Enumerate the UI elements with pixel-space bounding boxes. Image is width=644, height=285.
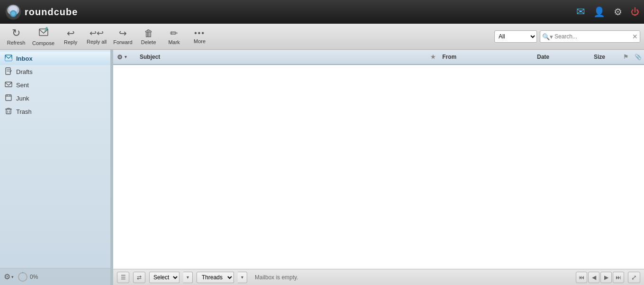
reply-all-button[interactable]: ↩↩ Reply all <box>84 25 109 48</box>
threads-dropdown[interactable]: Threads <box>197 272 234 283</box>
compose-button[interactable]: Compose <box>29 25 57 48</box>
threads-arrow-button[interactable]: ▾ <box>238 272 247 283</box>
refresh-button[interactable]: ↻ Refresh <box>4 25 28 48</box>
topbar: roundcube ✉ 👤 ⚙ ⏻ <box>0 0 644 24</box>
sidebar-settings-button[interactable]: ⚙ ▾ <box>4 272 14 281</box>
column-from[interactable]: From <box>439 54 534 60</box>
sidebar: Inbox Drafts <box>0 50 111 285</box>
attachment-icon: 📎 <box>635 54 642 60</box>
next-page-button[interactable]: ▶ <box>600 272 612 283</box>
power-icon[interactable]: ⏻ <box>631 7 639 17</box>
email-footer: ☰ ⇄ Select ▾ Threads ▾ Mailbox is empty.… <box>113 269 644 285</box>
last-page-button[interactable]: ⏭ <box>613 272 624 283</box>
toolbar: ↻ Refresh Compose ↩ Reply ↩↩ Reply all ↪… <box>0 24 644 50</box>
delete-label: Delete <box>141 39 156 45</box>
column-star[interactable]: ★ <box>426 54 439 60</box>
sidebar-item-drafts[interactable]: Drafts <box>0 65 110 78</box>
sidebar-item-sent[interactable]: Sent <box>0 78 110 92</box>
column-flag[interactable]: ⚑ <box>619 54 632 60</box>
svg-point-4 <box>11 11 16 16</box>
column-options-gear-icon: ⚙ <box>117 54 123 61</box>
drafts-icon <box>5 67 12 76</box>
svg-rect-18 <box>6 109 11 114</box>
email-panel: ⚙ ▾ Subject ★ From Date Size ⚑ 📎 <box>113 50 644 285</box>
refresh-icon: ↻ <box>12 28 20 38</box>
threads-arrow-icon: ▾ <box>241 275 243 280</box>
from-label: From <box>442 54 456 60</box>
sidebar-footer: ⚙ ▾ 0% <box>0 268 110 285</box>
reply-all-icon: ↩↩ <box>89 29 104 37</box>
select-dropdown[interactable]: Select <box>149 272 179 283</box>
junk-label: Junk <box>16 95 29 102</box>
column-attachment[interactable]: 📎 <box>632 54 644 60</box>
settings-icon[interactable]: ⚙ <box>614 6 622 18</box>
select-arrow-icon: ▾ <box>187 275 189 280</box>
pagination: ⏮ ◀ ▶ ⏭ <box>576 272 624 283</box>
column-options[interactable]: ⚙ ▾ <box>113 54 138 61</box>
prev-page-button[interactable]: ◀ <box>588 272 599 283</box>
logo: roundcube <box>5 3 78 20</box>
last-page-icon: ⏭ <box>616 274 621 281</box>
select-arrow-button[interactable]: ▾ <box>183 272 193 283</box>
thread-view-button[interactable]: ⇄ <box>133 272 145 283</box>
sent-icon <box>5 81 12 90</box>
compose-label: Compose <box>32 40 54 46</box>
more-button[interactable]: ••• More <box>188 25 212 48</box>
more-icon: ••• <box>194 29 205 37</box>
column-date[interactable]: Date <box>534 54 591 60</box>
trash-icon <box>5 107 12 116</box>
sidebar-item-junk[interactable]: Junk <box>0 92 110 105</box>
search-clear-icon[interactable]: ✕ <box>632 33 638 40</box>
main-layout: Inbox Drafts <box>0 50 644 285</box>
mark-button[interactable]: ✏ Mark <box>162 25 187 48</box>
quota-text: 0% <box>30 274 38 280</box>
reply-button[interactable]: ↩ Reply <box>58 25 83 48</box>
email-list-area <box>113 65 644 269</box>
column-size[interactable]: Size <box>591 54 619 60</box>
reply-icon: ↩ <box>67 28 75 38</box>
delete-button[interactable]: 🗑 Delete <box>136 25 161 48</box>
first-page-icon: ⏮ <box>579 274 584 281</box>
list-view-button[interactable]: ☰ <box>117 272 129 283</box>
search-input[interactable] <box>555 33 630 40</box>
reply-all-label: Reply all <box>87 39 107 45</box>
column-subject[interactable]: Subject <box>138 54 426 60</box>
prev-page-icon: ◀ <box>592 274 596 281</box>
inbox-label: Inbox <box>16 55 33 62</box>
star-icon: ★ <box>430 54 436 60</box>
sidebar-gear-icon: ⚙ <box>4 272 10 281</box>
forward-button[interactable]: ↪ Forward <box>110 25 135 48</box>
search-icon: 🔍▾ <box>542 33 553 40</box>
mail-icon[interactable]: ✉ <box>576 6 585 18</box>
search-area: All Unread Flagged Unanswered 🔍▾ ✕ <box>494 30 640 43</box>
size-label: Size <box>594 54 605 60</box>
quota-circle-icon <box>18 272 28 282</box>
svg-rect-14 <box>6 95 11 101</box>
forward-label: Forward <box>113 39 132 45</box>
first-page-button[interactable]: ⏮ <box>576 272 587 283</box>
column-options-arrow-icon: ▾ <box>125 55 127 59</box>
sidebar-item-trash[interactable]: Trash <box>0 105 110 118</box>
svg-rect-5 <box>39 29 48 36</box>
refresh-label: Refresh <box>7 40 26 46</box>
next-page-icon: ▶ <box>604 274 608 281</box>
logo-text: roundcube <box>25 7 78 18</box>
compose-icon <box>38 27 49 39</box>
forward-icon: ↪ <box>119 28 127 38</box>
thread-view-icon: ⇄ <box>137 274 142 281</box>
filter-select[interactable]: All Unread Flagged Unanswered <box>494 30 537 43</box>
expand-button[interactable]: ⤢ <box>628 272 640 283</box>
sidebar-item-inbox[interactable]: Inbox <box>0 52 110 65</box>
mark-icon: ✏ <box>170 28 178 38</box>
subject-label: Subject <box>140 54 160 60</box>
trash-label: Trash <box>16 108 32 115</box>
logo-icon <box>5 3 22 20</box>
quota-display: 0% <box>18 272 38 282</box>
more-label: More <box>194 38 206 44</box>
user-icon[interactable]: 👤 <box>593 6 605 18</box>
empty-status-text: Mailbox is empty. <box>251 274 572 281</box>
inbox-icon <box>5 54 12 63</box>
junk-icon <box>5 94 12 103</box>
sidebar-gear-arrow: ▾ <box>11 275 14 279</box>
mark-label: Mark <box>168 39 179 45</box>
